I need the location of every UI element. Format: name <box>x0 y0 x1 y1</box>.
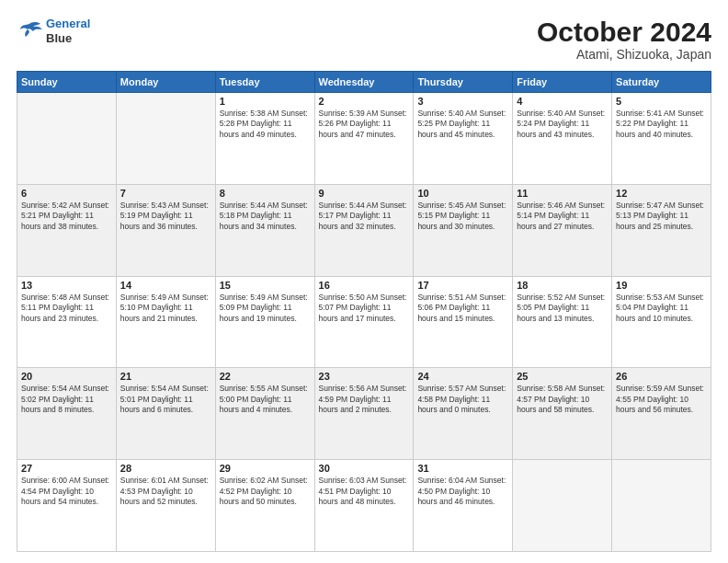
page: General Blue October 2024 Atami, Shizuok… <box>0 0 728 563</box>
day-info: Sunrise: 5:39 AM Sunset: 5:26 PM Dayligh… <box>319 109 410 140</box>
calendar-day-cell: 1Sunrise: 5:38 AM Sunset: 5:28 PM Daylig… <box>215 93 314 185</box>
calendar-day-cell: 9Sunrise: 5:44 AM Sunset: 5:17 PM Daylig… <box>314 184 414 276</box>
day-number: 20 <box>21 371 112 382</box>
logo-icon <box>17 20 42 42</box>
calendar-day-cell: 25Sunrise: 5:58 AM Sunset: 4:57 PM Dayli… <box>513 368 612 460</box>
logo-line1: General <box>46 17 90 30</box>
day-info: Sunrise: 5:58 AM Sunset: 4:57 PM Dayligh… <box>517 384 608 415</box>
weekday-header-thursday: Thursday <box>414 72 513 93</box>
day-number: 8 <box>220 188 311 199</box>
day-number: 1 <box>220 96 311 107</box>
logo-text: General Blue <box>46 17 90 45</box>
calendar-day-cell: 18Sunrise: 5:52 AM Sunset: 5:05 PM Dayli… <box>513 276 612 368</box>
day-info: Sunrise: 6:02 AM Sunset: 4:52 PM Dayligh… <box>220 476 311 507</box>
calendar-day-cell: 6Sunrise: 5:42 AM Sunset: 5:21 PM Daylig… <box>17 184 117 276</box>
day-number: 7 <box>120 188 211 199</box>
day-info: Sunrise: 5:54 AM Sunset: 5:01 PM Dayligh… <box>120 384 211 415</box>
day-number: 27 <box>21 463 112 474</box>
calendar-day-cell: 30Sunrise: 6:03 AM Sunset: 4:51 PM Dayli… <box>314 460 414 552</box>
page-subtitle: Atami, Shizuoka, Japan <box>537 47 711 62</box>
day-info: Sunrise: 5:51 AM Sunset: 5:06 PM Dayligh… <box>417 293 508 324</box>
calendar-day-cell: 17Sunrise: 5:51 AM Sunset: 5:06 PM Dayli… <box>414 276 513 368</box>
day-info: Sunrise: 5:42 AM Sunset: 5:21 PM Dayligh… <box>21 201 112 232</box>
calendar-week-row: 6Sunrise: 5:42 AM Sunset: 5:21 PM Daylig… <box>17 184 711 276</box>
calendar-week-row: 27Sunrise: 6:00 AM Sunset: 4:54 PM Dayli… <box>17 460 711 552</box>
day-info: Sunrise: 5:52 AM Sunset: 5:05 PM Dayligh… <box>517 293 608 324</box>
calendar-day-cell: 10Sunrise: 5:45 AM Sunset: 5:15 PM Dayli… <box>414 184 513 276</box>
calendar-week-row: 1Sunrise: 5:38 AM Sunset: 5:28 PM Daylig… <box>17 93 711 185</box>
day-info: Sunrise: 5:49 AM Sunset: 5:10 PM Dayligh… <box>120 293 211 324</box>
calendar-day-cell: 13Sunrise: 5:48 AM Sunset: 5:11 PM Dayli… <box>17 276 117 368</box>
calendar-week-row: 20Sunrise: 5:54 AM Sunset: 5:02 PM Dayli… <box>17 368 711 460</box>
calendar-day-cell: 14Sunrise: 5:49 AM Sunset: 5:10 PM Dayli… <box>116 276 215 368</box>
day-number: 14 <box>120 280 211 291</box>
day-info: Sunrise: 5:40 AM Sunset: 5:24 PM Dayligh… <box>517 109 608 140</box>
day-number: 29 <box>220 463 311 474</box>
day-info: Sunrise: 5:44 AM Sunset: 5:18 PM Dayligh… <box>220 201 311 232</box>
day-info: Sunrise: 5:50 AM Sunset: 5:07 PM Dayligh… <box>319 293 410 324</box>
day-number: 21 <box>120 371 211 382</box>
day-info: Sunrise: 5:56 AM Sunset: 4:59 PM Dayligh… <box>319 384 410 415</box>
day-info: Sunrise: 5:55 AM Sunset: 5:00 PM Dayligh… <box>220 384 311 415</box>
calendar-table: SundayMondayTuesdayWednesdayThursdayFrid… <box>17 71 711 552</box>
calendar-day-cell: 5Sunrise: 5:41 AM Sunset: 5:22 PM Daylig… <box>612 93 711 185</box>
header: General Blue October 2024 Atami, Shizuok… <box>17 17 711 62</box>
day-info: Sunrise: 6:04 AM Sunset: 4:50 PM Dayligh… <box>417 476 508 507</box>
day-info: Sunrise: 5:46 AM Sunset: 5:14 PM Dayligh… <box>517 201 608 232</box>
day-number: 17 <box>417 280 508 291</box>
calendar-day-cell <box>17 93 117 185</box>
page-title: October 2024 <box>537 17 711 47</box>
day-number: 31 <box>417 463 508 474</box>
day-info: Sunrise: 5:44 AM Sunset: 5:17 PM Dayligh… <box>319 201 410 232</box>
day-info: Sunrise: 5:43 AM Sunset: 5:19 PM Dayligh… <box>120 201 211 232</box>
day-number: 13 <box>21 280 112 291</box>
calendar-day-cell: 12Sunrise: 5:47 AM Sunset: 5:13 PM Dayli… <box>612 184 711 276</box>
calendar-day-cell: 22Sunrise: 5:55 AM Sunset: 5:00 PM Dayli… <box>215 368 314 460</box>
day-number: 2 <box>319 96 410 107</box>
calendar-day-cell: 26Sunrise: 5:59 AM Sunset: 4:55 PM Dayli… <box>612 368 711 460</box>
day-info: Sunrise: 5:47 AM Sunset: 5:13 PM Dayligh… <box>616 201 707 232</box>
day-info: Sunrise: 5:57 AM Sunset: 4:58 PM Dayligh… <box>417 384 508 415</box>
calendar-day-cell: 24Sunrise: 5:57 AM Sunset: 4:58 PM Dayli… <box>414 368 513 460</box>
calendar-day-cell: 3Sunrise: 5:40 AM Sunset: 5:25 PM Daylig… <box>414 93 513 185</box>
calendar-week-row: 13Sunrise: 5:48 AM Sunset: 5:11 PM Dayli… <box>17 276 711 368</box>
calendar-day-cell: 16Sunrise: 5:50 AM Sunset: 5:07 PM Dayli… <box>314 276 414 368</box>
day-number: 24 <box>417 371 508 382</box>
day-info: Sunrise: 5:38 AM Sunset: 5:28 PM Dayligh… <box>220 109 311 140</box>
calendar-day-cell: 21Sunrise: 5:54 AM Sunset: 5:01 PM Dayli… <box>116 368 215 460</box>
calendar-header-row: SundayMondayTuesdayWednesdayThursdayFrid… <box>17 72 711 93</box>
calendar-day-cell <box>513 460 612 552</box>
day-number: 6 <box>21 188 112 199</box>
day-info: Sunrise: 5:45 AM Sunset: 5:15 PM Dayligh… <box>417 201 508 232</box>
calendar-day-cell: 11Sunrise: 5:46 AM Sunset: 5:14 PM Dayli… <box>513 184 612 276</box>
calendar-day-cell: 7Sunrise: 5:43 AM Sunset: 5:19 PM Daylig… <box>116 184 215 276</box>
day-number: 30 <box>319 463 410 474</box>
weekday-header-monday: Monday <box>116 72 215 93</box>
calendar-day-cell: 28Sunrise: 6:01 AM Sunset: 4:53 PM Dayli… <box>116 460 215 552</box>
day-info: Sunrise: 5:53 AM Sunset: 5:04 PM Dayligh… <box>616 293 707 324</box>
day-number: 11 <box>517 188 608 199</box>
weekday-header-wednesday: Wednesday <box>314 72 414 93</box>
day-info: Sunrise: 5:40 AM Sunset: 5:25 PM Dayligh… <box>417 109 508 140</box>
day-number: 10 <box>417 188 508 199</box>
calendar-day-cell: 23Sunrise: 5:56 AM Sunset: 4:59 PM Dayli… <box>314 368 414 460</box>
day-number: 22 <box>220 371 311 382</box>
calendar-day-cell: 15Sunrise: 5:49 AM Sunset: 5:09 PM Dayli… <box>215 276 314 368</box>
logo: General Blue <box>17 17 90 45</box>
calendar-day-cell: 29Sunrise: 6:02 AM Sunset: 4:52 PM Dayli… <box>215 460 314 552</box>
day-number: 16 <box>319 280 410 291</box>
day-number: 23 <box>319 371 410 382</box>
day-number: 28 <box>120 463 211 474</box>
logo-line2: Blue <box>46 31 90 46</box>
day-number: 19 <box>616 280 707 291</box>
weekday-header-sunday: Sunday <box>17 72 117 93</box>
weekday-header-friday: Friday <box>513 72 612 93</box>
calendar-day-cell: 27Sunrise: 6:00 AM Sunset: 4:54 PM Dayli… <box>17 460 117 552</box>
day-number: 12 <box>616 188 707 199</box>
weekday-header-tuesday: Tuesday <box>215 72 314 93</box>
day-info: Sunrise: 6:01 AM Sunset: 4:53 PM Dayligh… <box>120 476 211 507</box>
day-number: 26 <box>616 371 707 382</box>
day-info: Sunrise: 5:59 AM Sunset: 4:55 PM Dayligh… <box>616 384 707 415</box>
day-info: Sunrise: 5:41 AM Sunset: 5:22 PM Dayligh… <box>616 109 707 140</box>
calendar-day-cell: 31Sunrise: 6:04 AM Sunset: 4:50 PM Dayli… <box>414 460 513 552</box>
